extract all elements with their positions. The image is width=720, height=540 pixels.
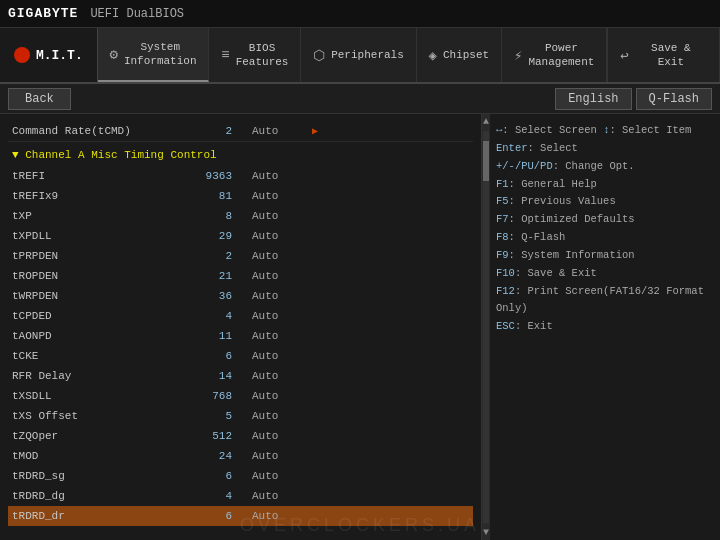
navbar: M.I.T. ⚙ SystemInformation ≡ BIOSFeature…	[0, 28, 720, 84]
row-label-15: tRDRD_sg	[12, 470, 192, 482]
back-button[interactable]: Back	[8, 88, 71, 110]
chipset-icon: ◈	[429, 47, 437, 64]
timing-row-13[interactable]: tZQOper512Auto	[8, 426, 473, 446]
row-val-1: 81	[192, 190, 252, 202]
row-label-12: tXS Offset	[12, 410, 192, 422]
nav-peripherals[interactable]: ⬡ Peripherals	[301, 28, 416, 82]
mit-button[interactable]: M.I.T.	[0, 28, 98, 82]
peripherals-label: Peripherals	[331, 48, 404, 62]
timing-row-17[interactable]: tRDRD_dr6Auto	[8, 506, 473, 526]
row-label-5: tROPDEN	[12, 270, 192, 282]
timing-row-14[interactable]: tMOD24Auto	[8, 446, 473, 466]
row-auto-12: Auto	[252, 410, 312, 422]
row-label-8: tAONPD	[12, 330, 192, 342]
row-auto-17: Auto	[252, 510, 312, 522]
mit-label: M.I.T.	[36, 48, 83, 63]
timing-row-6[interactable]: tWRPDEN36Auto	[8, 286, 473, 306]
bios-features-label: BIOSFeatures	[236, 41, 289, 70]
row-label-10: RFR Delay	[12, 370, 192, 382]
row-val-14: 24	[192, 450, 252, 462]
row-auto-8: Auto	[252, 330, 312, 342]
scroll-thumb	[483, 141, 489, 181]
row-val-15: 6	[192, 470, 252, 482]
timing-row-16[interactable]: tRDRD_dg4Auto	[8, 486, 473, 506]
row-val-5: 21	[192, 270, 252, 282]
row-label-0: tREFI	[12, 170, 192, 182]
row-auto-4: Auto	[252, 250, 312, 262]
row-val-6: 36	[192, 290, 252, 302]
row-val-11: 768	[192, 390, 252, 402]
save-exit-label: Save & Exit	[635, 41, 707, 70]
row-label-4: tPRPDEN	[12, 250, 192, 262]
row-auto-0: Auto	[252, 170, 312, 182]
row-label-17: tRDRD_dr	[12, 510, 192, 522]
row-auto-15: Auto	[252, 470, 312, 482]
timing-row-12[interactable]: tXS Offset5Auto	[8, 406, 473, 426]
help-line-9: ESC: Exit	[496, 318, 714, 336]
nav-bios-features[interactable]: ≡ BIOSFeatures	[209, 28, 301, 82]
nav-system-info[interactable]: ⚙ SystemInformation	[98, 28, 210, 82]
row-label-9: tCKE	[12, 350, 192, 362]
topbar: GIGABYTE UEFI DualBIOS	[0, 0, 720, 28]
command-rate-row[interactable]: Command Rate(tCMD) 2 Auto ▶	[8, 120, 473, 142]
command-rate-auto: Auto	[252, 125, 312, 137]
help-line-6: F9: System Information	[496, 247, 714, 265]
row-val-0: 9363	[192, 170, 252, 182]
uefi-label: UEFI DualBIOS	[90, 7, 184, 21]
row-label-16: tRDRD_dg	[12, 490, 192, 502]
timing-row-7[interactable]: tCPDED4Auto	[8, 306, 473, 326]
language-button[interactable]: English	[555, 88, 631, 110]
row-auto-11: Auto	[252, 390, 312, 402]
main-content: Command Rate(tCMD) 2 Auto ▶ ▼ Channel A …	[0, 114, 720, 540]
system-info-label: SystemInformation	[124, 40, 197, 69]
row-val-8: 11	[192, 330, 252, 342]
command-rate-arrow: ▶	[312, 125, 328, 137]
help-line-0: Enter: Select	[496, 140, 714, 158]
row-label-2: tXP	[12, 210, 192, 222]
help-line-1: +/-/PU/PD: Change Opt.	[496, 158, 714, 176]
timing-row-0[interactable]: tREFI9363Auto	[8, 166, 473, 186]
row-auto-9: Auto	[252, 350, 312, 362]
secondbar: Back English Q-Flash	[0, 84, 720, 114]
timing-row-2[interactable]: tXP8Auto	[8, 206, 473, 226]
row-auto-13: Auto	[252, 430, 312, 442]
row-label-14: tMOD	[12, 450, 192, 462]
row-auto-16: Auto	[252, 490, 312, 502]
row-label-1: tREFIx9	[12, 190, 192, 202]
system-info-icon: ⚙	[109, 46, 117, 63]
mit-circle-icon	[14, 47, 30, 63]
row-val-13: 512	[192, 430, 252, 442]
bios-features-icon: ≡	[221, 47, 229, 63]
nav-power-mgmt[interactable]: ⚡ PowerManagement	[502, 28, 607, 82]
timing-row-5[interactable]: tROPDEN21Auto	[8, 266, 473, 286]
help-line-3: F5: Previous Values	[496, 193, 714, 211]
row-val-7: 4	[192, 310, 252, 322]
row-auto-14: Auto	[252, 450, 312, 462]
scrollbar[interactable]: ▲ ▼	[482, 114, 490, 540]
row-label-3: tXPDLL	[12, 230, 192, 242]
row-val-16: 4	[192, 490, 252, 502]
timing-row-3[interactable]: tXPDLL29Auto	[8, 226, 473, 246]
row-auto-1: Auto	[252, 190, 312, 202]
timing-row-9[interactable]: tCKE6Auto	[8, 346, 473, 366]
timing-row-10[interactable]: RFR Delay14Auto	[8, 366, 473, 386]
row-val-4: 2	[192, 250, 252, 262]
settings-panel: Command Rate(tCMD) 2 Auto ▶ ▼ Channel A …	[0, 114, 482, 540]
chipset-label: Chipset	[443, 48, 489, 62]
timing-row-1[interactable]: tREFIx981Auto	[8, 186, 473, 206]
command-rate-label: Command Rate(tCMD)	[12, 125, 192, 137]
timing-row-4[interactable]: tPRPDEN2Auto	[8, 246, 473, 266]
row-val-9: 6	[192, 350, 252, 362]
row-auto-10: Auto	[252, 370, 312, 382]
qflash-button[interactable]: Q-Flash	[636, 88, 712, 110]
row-label-6: tWRPDEN	[12, 290, 192, 302]
help-line-2: F1: General Help	[496, 176, 714, 194]
timing-row-8[interactable]: tAONPD11Auto	[8, 326, 473, 346]
timing-rows: tREFI9363AutotREFIx981AutotXP8AutotXPDLL…	[8, 166, 473, 526]
timing-row-15[interactable]: tRDRD_sg6Auto	[8, 466, 473, 486]
nav-chipset[interactable]: ◈ Chipset	[417, 28, 502, 82]
help-arrow-line: ↔: Select Screen ↕: Select Item	[496, 122, 714, 140]
row-auto-3: Auto	[252, 230, 312, 242]
nav-save-exit[interactable]: ↩ Save & Exit	[607, 28, 720, 82]
timing-row-11[interactable]: tXSDLL768Auto	[8, 386, 473, 406]
